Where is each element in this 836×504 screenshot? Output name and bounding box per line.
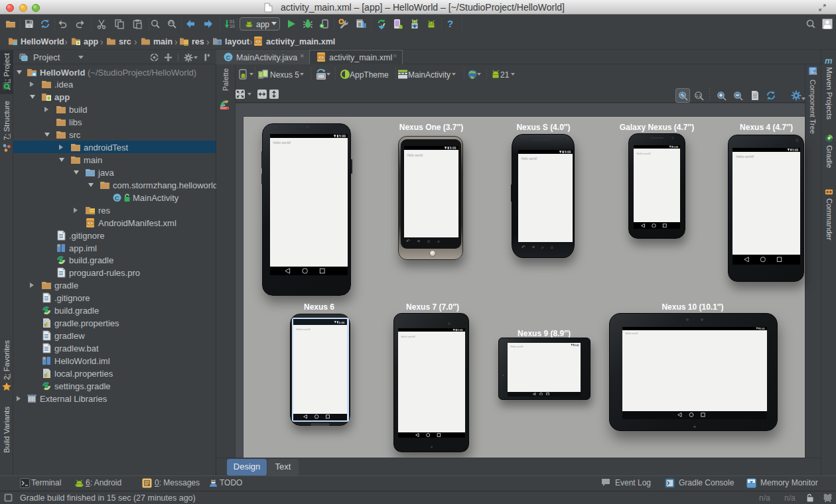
svg-text:Hello world!: Hello world! — [625, 332, 638, 335]
svg-text:5:00: 5:00 — [760, 328, 764, 330]
svg-text:<>: <> — [88, 221, 93, 225]
svg-text:10: 10 — [230, 24, 235, 29]
svg-text:Hello world!: Hello world! — [273, 141, 291, 145]
svg-text:Hello world!: Hello world! — [401, 334, 415, 338]
svg-text:5:00: 5:00 — [564, 151, 571, 154]
svg-text:Hello world!: Hello world! — [736, 155, 754, 158]
svg-text:5:00: 5:00 — [339, 134, 346, 138]
svg-text:Hello world!: Hello world! — [407, 154, 423, 157]
svg-text:Hello world!: Hello world! — [521, 157, 537, 160]
svg-text:Hello world!: Hello world! — [296, 327, 310, 330]
svg-text:5:00: 5:00 — [574, 344, 579, 346]
svg-text:5:00: 5:00 — [339, 320, 345, 324]
svg-text:01: 01 — [230, 19, 235, 24]
svg-text:5:00: 5:00 — [673, 146, 679, 149]
svg-text:5:00: 5:00 — [458, 329, 464, 332]
svg-text:5:00: 5:00 — [792, 149, 799, 152]
svg-text:Hello world!: Hello world! — [636, 151, 650, 155]
svg-text:Hello world!: Hello world! — [510, 346, 523, 348]
svg-text:C: C — [115, 194, 119, 202]
svg-text:<>: <> — [255, 39, 261, 44]
svg-text:C: C — [226, 54, 231, 61]
svg-text:5:00: 5:00 — [450, 147, 456, 150]
svg-text:<>: <> — [318, 55, 324, 60]
svg-text:1:1: 1:1 — [696, 94, 701, 97]
